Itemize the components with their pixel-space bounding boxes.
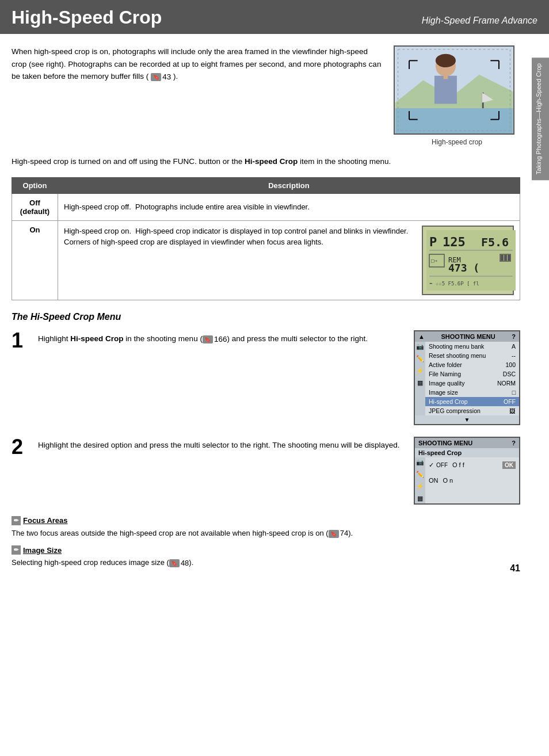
note-image-title-text: Image Size: [23, 546, 62, 555]
camera-viewfinder: [394, 45, 514, 135]
menu-icon-pencil2: ✏️: [416, 471, 424, 478]
top-section: When high-speed crop is on, photographs …: [12, 45, 520, 146]
para2-b: item in the shooting menu.: [298, 157, 391, 166]
menu-title-1: ▲ SHOOTING MENU ?: [415, 331, 519, 342]
ref-icon-166: 🔖: [203, 335, 213, 343]
ref-icon-48: 🔖: [169, 559, 180, 567]
ref-43: 🔖 43: [151, 71, 171, 83]
menu-icon-grid: ▦: [417, 379, 423, 387]
svg-rect-28: [504, 255, 507, 261]
svg-text:F5.6: F5.6: [481, 235, 509, 249]
ref-43-number: 43: [162, 71, 171, 83]
note-icon-2: ✏: [12, 545, 21, 555]
svg-text:⬅ ☆☆5 F5.6P [  fl: ⬅ ☆☆5 F5.6P [ fl: [429, 281, 479, 287]
svg-rect-2: [395, 108, 513, 133]
shooting-menu-1: ▲ SHOOTING MENU ? 📷 ✏️ ⚡ ▦ Shooting menu…: [414, 330, 520, 425]
svg-point-6: [436, 54, 456, 67]
step-1-container: 1 Highlight Hi-speed Crop in the shootin…: [12, 330, 520, 425]
step-2-text: Highlight the desired option and press t…: [38, 437, 405, 452]
intro-paragraph-1: When high-speed crop is on, photographs …: [12, 45, 382, 146]
step1-bold: Hi-speed Crop: [70, 334, 123, 343]
svg-rect-29: [508, 255, 510, 261]
menu2-option-on: ON O n: [425, 475, 519, 486]
desc-off: High-speed crop off. Photographs include…: [58, 193, 520, 220]
svg-text:□→: □→: [431, 258, 437, 264]
menu-section-title: The Hi-Speed Crop Menu: [12, 312, 520, 322]
menu-left-icons-2: 📷 ✏️ ⚡ ▦: [415, 457, 425, 503]
menu-arrow-down-1: ▼: [415, 415, 519, 424]
note-focus-title-text: Focus Areas: [23, 516, 68, 525]
note-focus-title: ✏ Focus Areas: [12, 516, 520, 525]
svg-rect-27: [501, 255, 504, 261]
side-tab-text: Taking Photographs—High-Speed Crop: [535, 63, 542, 174]
note-focus-areas: ✏ Focus Areas The two focus areas outsid…: [12, 516, 520, 540]
intro-text-1b: ).: [173, 72, 178, 81]
desc-on: High-speed crop on. High-speed crop indi…: [58, 220, 520, 300]
menu-row: Reset shooting menu--: [425, 351, 519, 360]
note-image-title: ✏ Image Size: [12, 545, 520, 555]
menu-row: Image size□: [425, 388, 519, 397]
para2-bold: Hi-speed Crop: [245, 157, 298, 166]
menu-title-2: SHOOTING MENU ?: [415, 438, 519, 448]
ref-icon-74: 🔖: [329, 530, 339, 538]
note-icon-1: ✏: [12, 516, 21, 525]
option-off: Off(default): [12, 193, 58, 220]
step-2-number: 2: [12, 437, 29, 457]
table-header-option: Option: [12, 177, 58, 193]
viewfinder-image-area: High-speed crop: [394, 45, 520, 146]
page-header: High-Speed Crop High-Speed Frame Advance: [0, 0, 549, 34]
note-focus-a: The two focus areas outside the high-spe…: [12, 529, 329, 537]
menu-icon-camera2: 📷: [416, 459, 424, 466]
image-caption: High-speed crop: [394, 138, 520, 146]
intro-paragraph-2: High-speed crop is turned on and off usi…: [12, 155, 520, 168]
menu-icon-grid2: ▦: [417, 495, 423, 502]
table-header-description: Description: [58, 177, 520, 193]
on-desc-container: High-speed crop on. High-speed crop indi…: [64, 226, 514, 295]
menu2-subtitle: Hi-speed Crop: [415, 448, 519, 457]
menu2-option-off: ✓ OFF O f f OK: [425, 460, 519, 471]
menu-mockup-1: ▲ SHOOTING MENU ? 📷 ✏️ ⚡ ▦ Shooting menu…: [414, 330, 520, 425]
menu-icon-flash: ⚡: [416, 367, 424, 375]
step-2-container: 2 Highlight the desired option and press…: [12, 437, 520, 505]
menu-icon-camera: 📷: [416, 343, 424, 350]
svg-rect-8: [443, 75, 448, 79]
ok-button[interactable]: OK: [502, 461, 516, 469]
step1-b: in the shooting menu (: [124, 334, 203, 343]
menu-row: JPEG compression🖼: [425, 406, 519, 415]
lcd-display: P 125 F5.6 □→ REM 473 (: [422, 226, 514, 295]
option-on: On: [12, 220, 58, 300]
on-desc-text: High-speed crop on. High-speed crop indi…: [64, 226, 415, 248]
menu-row-hicrop: Hi-speed CropOFF: [425, 397, 519, 406]
menu2-options: ✓ OFF O f f OK ON O n: [425, 457, 519, 503]
menu-with-icons-1: 📷 ✏️ ⚡ ▦ Shooting menu bankA Reset shoot…: [415, 342, 519, 415]
note-image-text: Selecting high-speed crop reduces image …: [12, 557, 520, 569]
menu-row: Image qualityNORM: [425, 379, 519, 388]
table-row: Off(default) High-speed crop off. Photog…: [12, 193, 520, 220]
menu-with-icons-2: 📷 ✏️ ⚡ ▦ ✓ OFF O f f OK: [415, 457, 519, 503]
menu-body-1: Shooting menu bankA Reset shooting menu-…: [425, 342, 519, 415]
shooting-menu-2: SHOOTING MENU ? Hi-speed Crop 📷 ✏️ ⚡ ▦ ✓: [414, 437, 520, 505]
table-row: On High-speed crop on. High-speed crop i…: [12, 220, 520, 300]
svg-text:P: P: [429, 235, 437, 249]
option-table: Option Description Off(default) High-spe…: [12, 177, 520, 300]
step-1-text: Highlight Hi-speed Crop in the shooting …: [38, 330, 405, 346]
step-1-number: 1: [12, 330, 29, 351]
page-number: 41: [510, 563, 520, 574]
svg-text:473 (: 473 (: [448, 262, 479, 274]
note-image-size: ✏ Image Size Selecting high-speed crop r…: [12, 545, 520, 569]
intro-text-1a: When high-speed crop is on, photographs …: [12, 47, 381, 81]
menu-mockup-2: SHOOTING MENU ? Hi-speed Crop 📷 ✏️ ⚡ ▦ ✓: [414, 437, 520, 505]
svg-text:125: 125: [443, 235, 466, 249]
ref-icon-1: 🔖: [151, 73, 161, 81]
menu-icon-flash2: ⚡: [416, 483, 424, 490]
page-subtitle: High-Speed Frame Advance: [422, 16, 537, 28]
step1-a: Highlight: [38, 334, 70, 343]
ref-74: 🔖74: [329, 528, 348, 540]
para2-a: High-speed crop is turned on and off usi…: [12, 157, 245, 166]
step1-c: ) and press the multi selector to the ri…: [227, 334, 368, 343]
svg-rect-7: [434, 76, 457, 104]
page-title: High-Speed Crop: [12, 7, 162, 28]
note-focus-text: The two focus areas outside the high-spe…: [12, 528, 520, 540]
menu-row: Shooting menu bankA: [425, 342, 519, 351]
spacer: [425, 471, 519, 475]
